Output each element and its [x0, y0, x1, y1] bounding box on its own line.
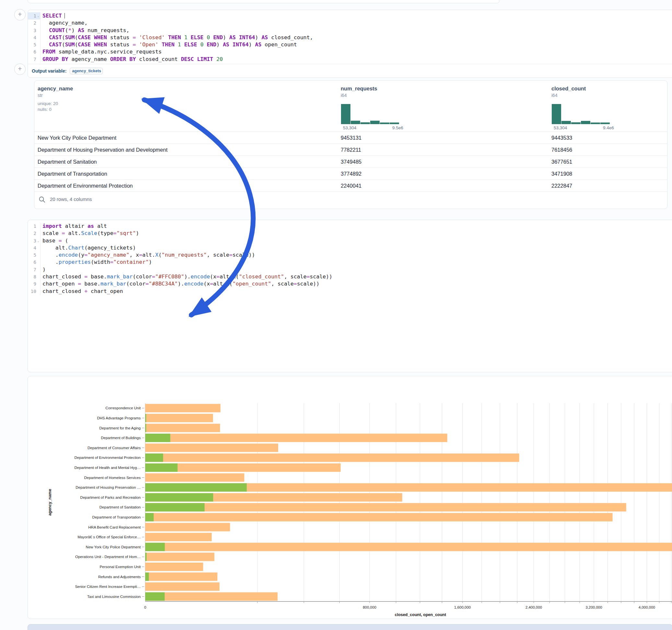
fold-chevron-icon[interactable]: ⌄: [36, 12, 40, 20]
code-line[interactable]: 3⌄base = (: [28, 237, 672, 244]
histogram-bar: [600, 122, 610, 124]
bar-open_count[interactable]: [145, 553, 146, 561]
sql-cell[interactable]: 1⌄SELECT2 agency_name,3 COUNT(*) AS num_…: [28, 10, 672, 78]
table-cell: Department of Environmental Protection: [38, 183, 133, 189]
code-line[interactable]: 2scale = alt.Scale(type="sqrt"): [28, 230, 672, 237]
table-row[interactable]: Department of Sanitation37494853677651: [34, 155, 667, 168]
histogram-bar: [370, 121, 380, 124]
y-axis-label: Department of Buildings: [101, 436, 141, 440]
hist-min-label: 53,304: [554, 125, 567, 130]
fold-chevron-icon[interactable]: ⌄: [36, 237, 40, 244]
table-cell: Department of Housing Preservation and D…: [38, 147, 168, 153]
bar-open_count[interactable]: [145, 493, 213, 502]
code-line[interactable]: 5 .encode(y="agency_name", x=alt.X("num_…: [28, 251, 672, 259]
closed-count-histogram: [552, 103, 611, 124]
python-code-editor[interactable]: 1import altair as alt2scale = alt.Scale(…: [28, 223, 672, 295]
table-cell: Department of Sanitation: [38, 159, 97, 165]
add-cell-button-2[interactable]: +: [14, 64, 26, 75]
sql-code-editor[interactable]: 1⌄SELECT2 agency_name,3 COUNT(*) AS num_…: [28, 12, 672, 63]
bar-open_count[interactable]: [145, 513, 154, 522]
bar-closed_count[interactable]: [145, 424, 220, 432]
code-line[interactable]: 3 COUNT(*) AS num_requests,: [28, 27, 672, 34]
bar-closed_count[interactable]: [145, 453, 519, 462]
column-type-agency-name: str: [38, 93, 43, 98]
histogram-bar: [561, 121, 571, 124]
column-header-num-requests[interactable]: num_requests: [341, 86, 377, 92]
table-row[interactable]: New York City Police Department945313194…: [34, 131, 667, 144]
table-row[interactable]: Department of Housing Preservation and D…: [34, 144, 667, 156]
y-axis-label: HRA Benefit Card Replacement: [88, 525, 141, 529]
bar-closed_count[interactable]: [145, 434, 447, 442]
y-axis-label: DHS Advantage Programs: [97, 416, 141, 420]
column-header-closed-count[interactable]: closed_count: [551, 86, 586, 92]
code-line[interactable]: 5 CAST(SUM(CASE WHEN status = 'Open' THE…: [28, 41, 672, 48]
x-axis-title: closed_count, open_count: [395, 612, 447, 617]
search-icon[interactable]: [39, 196, 46, 203]
y-axis-label: Correspondence Unit: [105, 406, 141, 410]
bar-closed_count[interactable]: [145, 592, 278, 601]
x-axis-tick-label: 0: [144, 605, 146, 609]
bar-closed_count[interactable]: [145, 573, 217, 581]
code-line[interactable]: 9chart_open = base.mark_bar(color="#8BC3…: [28, 280, 672, 287]
column-header-agency-name[interactable]: agency_name: [38, 86, 73, 92]
code-line[interactable]: 1import altair as alt: [28, 223, 672, 230]
column-type-num-requests: i64: [341, 93, 347, 98]
bar-open_count[interactable]: [145, 414, 146, 422]
histogram-bar: [341, 104, 351, 124]
python-cell[interactable]: 1import altair as alt2scale = alt.Scale(…: [28, 220, 672, 372]
bar-closed_count[interactable]: [145, 503, 626, 511]
bar-open_count[interactable]: [145, 434, 170, 442]
bar-closed_count[interactable]: [145, 513, 613, 522]
bar-closed_count[interactable]: [145, 404, 220, 412]
bar-open_count[interactable]: [145, 463, 178, 472]
code-line[interactable]: 2 agency_name,: [28, 20, 672, 27]
y-axis-label: Department for the Aging: [99, 426, 141, 430]
table-row[interactable]: Department of Transportation377489234719…: [34, 168, 667, 180]
output-variable-pill[interactable]: agency_tickets: [70, 68, 103, 74]
bar-open_count[interactable]: [145, 424, 146, 432]
bar-open_count[interactable]: [145, 483, 247, 492]
code-line[interactable]: 4 CAST(SUM(CASE WHEN status = 'Closed' T…: [28, 34, 672, 41]
code-line[interactable]: 10chart_closed + chart_open: [28, 288, 672, 295]
code-line[interactable]: 1⌄SELECT: [28, 12, 672, 20]
bar-closed_count[interactable]: [145, 414, 213, 422]
bar-closed_count[interactable]: [145, 543, 672, 551]
add-cell-button[interactable]: +: [14, 9, 26, 20]
code-line[interactable]: 7): [28, 266, 672, 273]
y-axis-label: Taxi and Limousine Commission: [87, 595, 141, 599]
bar-closed_count[interactable]: [145, 523, 230, 532]
table-row[interactable]: Department of Environmental Protection22…: [34, 179, 667, 192]
y-axis-label: Senior Citizen Rent Increase Exempti…: [75, 585, 141, 588]
code-line[interactable]: 4 alt.Chart(agency_tickets): [28, 244, 672, 251]
bar-closed_count[interactable]: [145, 563, 203, 571]
y-axis-label: New York City Police Department: [86, 545, 141, 549]
bar-open_count[interactable]: [145, 543, 165, 551]
bar-open_count[interactable]: [145, 573, 149, 581]
bar-open_count[interactable]: [145, 453, 163, 462]
table-footer: 20 rows, 4 columns: [34, 192, 667, 209]
bar-open_count[interactable]: [145, 503, 205, 511]
code-line[interactable]: 6 .properties(width="container"): [28, 259, 672, 266]
y-axis-label: Department of Parks and Recreation: [80, 495, 141, 500]
bar-closed_count[interactable]: [145, 444, 278, 452]
table-cell: Department of Transportation: [38, 171, 107, 177]
y-axis-label: Department of Health and Mental Hyg…: [74, 466, 141, 469]
bar-closed_count[interactable]: [145, 553, 214, 561]
code-line[interactable]: 7GROUP BY agency_name ORDER BY closed_co…: [28, 56, 672, 63]
next-cell-edge[interactable]: [28, 624, 672, 630]
bar-closed_count[interactable]: [145, 474, 244, 482]
bar-closed_count[interactable]: [145, 582, 219, 591]
table-cell: 9443533: [551, 135, 572, 141]
histogram-bar: [390, 122, 399, 124]
y-axis-label: Department of Environmental Protection: [74, 456, 141, 460]
y-axis-label: Department of Sanitation: [99, 505, 141, 509]
notebook-page: + 1⌄SELECT2 agency_name,3 COUNT(*) AS nu…: [0, 0, 672, 630]
bar-closed_count[interactable]: [145, 533, 212, 541]
column-stat-unique: unique: 20: [38, 101, 58, 106]
text-cursor: [65, 13, 65, 19]
code-line[interactable]: 6FROM sample_data.nyc.service_requests: [28, 48, 672, 55]
code-line[interactable]: 8chart_closed = base.mark_bar(color="#FF…: [28, 273, 672, 280]
table-cell: 2240041: [341, 183, 361, 189]
x-axis-tick-label: 3,200,000: [585, 605, 602, 609]
bar-open_count[interactable]: [145, 592, 165, 601]
